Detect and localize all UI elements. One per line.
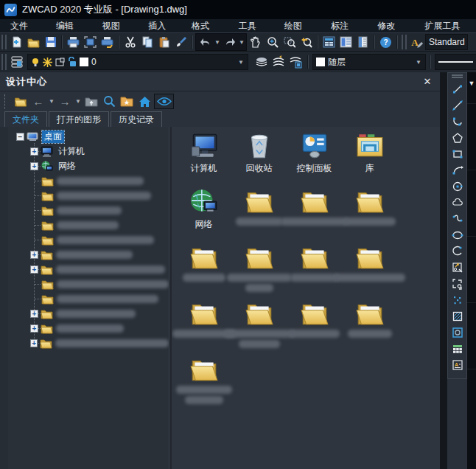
item-folder[interactable]: [287, 296, 342, 352]
item-folder[interactable]: [231, 296, 287, 352]
undo-button[interactable]: [197, 34, 214, 50]
tab-open-drawings[interactable]: 打开的图形: [49, 111, 109, 127]
expand-box[interactable]: [30, 339, 38, 347]
item-folder[interactable]: [231, 240, 287, 296]
zoom-previous-button[interactable]: [298, 34, 315, 50]
item-folder[interactable]: [342, 184, 397, 240]
expand-box[interactable]: [30, 162, 38, 170]
create-block-button[interactable]: [449, 276, 466, 292]
menu-dimension[interactable]: 标注(N): [321, 19, 367, 32]
menu-view[interactable]: 视图(V): [92, 19, 139, 32]
item-folder[interactable]: [287, 184, 342, 240]
favorites-button[interactable]: ★: [119, 94, 135, 110]
item-network[interactable]: 网络: [176, 184, 231, 240]
new-button[interactable]: [8, 34, 25, 50]
item-folder[interactable]: [342, 240, 397, 296]
copy-button[interactable]: [139, 34, 155, 50]
layer-color-swatch[interactable]: [80, 58, 88, 66]
layer-freeze-icon[interactable]: [43, 58, 52, 67]
revision-cloud-button[interactable]: [449, 195, 466, 211]
expand-box[interactable]: [30, 324, 38, 333]
menu-edit[interactable]: 编辑(E): [46, 19, 92, 32]
item-folder[interactable]: [287, 240, 342, 296]
redo-button[interactable]: [221, 34, 238, 50]
back-button[interactable]: ←: [30, 94, 46, 110]
tool-palettes-button[interactable]: [354, 34, 371, 50]
layer-vp-freeze-icon[interactable]: [55, 58, 65, 67]
search-icon[interactable]: [101, 94, 117, 110]
layer-on-icon[interactable]: [31, 58, 40, 67]
format-painter-button[interactable]: [172, 34, 189, 50]
plot-button[interactable]: [99, 34, 116, 50]
home-button[interactable]: [136, 94, 153, 110]
layer-properties-button[interactable]: [8, 54, 25, 70]
menu-modify[interactable]: 修改(M): [367, 19, 414, 32]
item-folder[interactable]: [176, 240, 231, 296]
paste-button[interactable]: [155, 34, 172, 50]
toolbar-grip[interactable]: [402, 35, 407, 49]
item-folder[interactable]: [176, 352, 231, 409]
tab-folders[interactable]: 文件夹: [4, 111, 47, 127]
insert-block-button[interactable]: [449, 260, 466, 276]
item-folder[interactable]: [176, 296, 231, 352]
mtext-button[interactable]: A: [449, 357, 466, 373]
circle-button[interactable]: [449, 178, 466, 195]
tree-item-folder[interactable]: [8, 247, 169, 262]
tree-item-folder[interactable]: [8, 336, 169, 350]
design-center-button[interactable]: [337, 34, 354, 50]
up-button[interactable]: [83, 94, 99, 110]
panel-grip[interactable]: [4, 94, 8, 109]
tree-item-folder[interactable]: [8, 173, 169, 188]
pan-button[interactable]: [247, 34, 264, 50]
item-computer[interactable]: 计算机: [176, 128, 231, 184]
item-folder[interactable]: [231, 184, 287, 240]
toolbar-grip[interactable]: [1, 35, 7, 49]
tree-item-folder[interactable]: [8, 262, 169, 277]
boundary-button[interactable]: [449, 324, 466, 341]
layer-unlock-icon[interactable]: [68, 57, 77, 67]
forward-dropdown[interactable]: ▼: [74, 98, 82, 105]
item-libraries[interactable]: 库: [342, 128, 397, 184]
polygon-button[interactable]: [449, 130, 466, 146]
line-button[interactable]: [449, 81, 466, 97]
menu-format[interactable]: 格式(O): [181, 19, 228, 32]
expand-box[interactable]: [30, 265, 38, 274]
tree-item-folder[interactable]: [8, 203, 169, 218]
toolbar-grip[interactable]: [1, 54, 7, 70]
tree-label[interactable]: 网络: [56, 160, 78, 173]
tree-label[interactable]: 计算机: [56, 145, 87, 158]
menu-tools[interactable]: 工具(T): [228, 19, 274, 32]
tree-item-folder[interactable]: [8, 188, 169, 203]
tree-item-folder[interactable]: [8, 232, 169, 247]
menu-insert[interactable]: 插入(I): [138, 19, 181, 32]
expand-box[interactable]: [30, 251, 38, 259]
print-preview-button[interactable]: [82, 34, 99, 50]
hatch-button[interactable]: [449, 308, 466, 324]
item-folder[interactable]: [342, 296, 397, 352]
tree-item-folder[interactable]: [8, 218, 169, 232]
close-icon[interactable]: ✕: [421, 76, 434, 87]
tree-item-folder[interactable]: [8, 306, 169, 321]
color-combo[interactable]: 随层 ▼: [312, 54, 426, 70]
folder-tree[interactable]: 桌面 计算机 网络: [8, 127, 169, 469]
tree-item-network[interactable]: 网络: [8, 159, 169, 173]
forward-button[interactable]: →: [57, 94, 73, 110]
layer-states-button[interactable]: [287, 54, 304, 70]
arc-button[interactable]: [449, 162, 466, 178]
menu-express[interactable]: 扩展工具(X): [415, 19, 476, 32]
menu-draw[interactable]: 绘图(D): [274, 19, 321, 32]
collapse-box[interactable]: [16, 133, 24, 141]
tree-item-computer[interactable]: 计算机: [8, 144, 169, 159]
design-center-header[interactable]: 设计中心 ✕: [0, 72, 440, 91]
tree-item-folder[interactable]: [8, 321, 169, 336]
tree-item-desktop[interactable]: 桌面: [8, 129, 169, 144]
item-control-panel[interactable]: 控制面板: [287, 128, 342, 184]
print-button[interactable]: [65, 34, 82, 50]
toolbar-grip[interactable]: [452, 74, 463, 78]
layer-combo[interactable]: 0 ▼: [27, 54, 248, 70]
tree-item-folder[interactable]: [8, 277, 169, 291]
redo-dropdown[interactable]: ▼: [238, 39, 245, 46]
toggle-preview-button[interactable]: [154, 94, 174, 109]
polyline-button[interactable]: [449, 114, 466, 130]
cut-button[interactable]: [122, 34, 139, 50]
